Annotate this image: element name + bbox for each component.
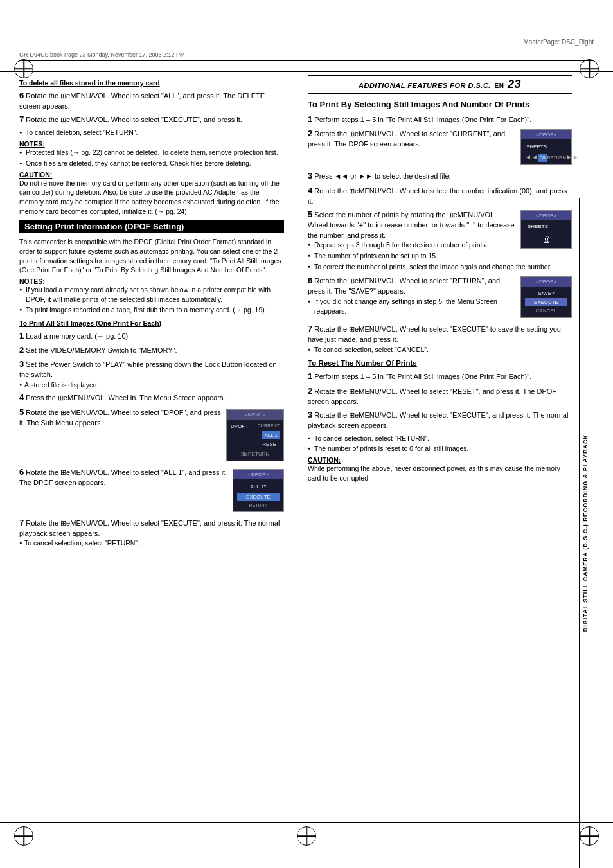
- reset-step1: 1 Perform steps 1 – 5 in "To Print All S…: [308, 371, 572, 382]
- section-intro: This camcorder is compatible with the DP…: [19, 237, 284, 275]
- note2: Once files are deleted, they cannot be r…: [19, 159, 284, 168]
- reset-step2: 2 Rotate the ⊞eMENU/VOL. Wheel to select…: [308, 385, 572, 407]
- sel-step5: <DPOF> SHEETS 🖨 5 Select the number of p…: [308, 209, 572, 272]
- all-step6: <DPOF> ALL 1? EXECUTE RETURN 6 Rotate th…: [19, 466, 284, 515]
- note1: Protected files (→ pg. 22) cannot be del…: [19, 148, 284, 157]
- dpof-select-box1: <DPOF> SHEETS ◄◄ 00 RETURN ►►: [520, 129, 572, 165]
- print-all-section: To Print All Still Images (One Print For…: [19, 319, 284, 548]
- sel-step5-b3: To correct the number of prints, select …: [308, 262, 572, 272]
- crosshair-bottom-left: [14, 826, 33, 846]
- sel-step7-bullet: To cancel selection, select "CANCEL".: [308, 345, 572, 355]
- file-info: GR-D94US.book Page 23 Monday, November 1…: [19, 51, 594, 61]
- sel-step5-b2: The number of prints can be set up to 15…: [308, 251, 572, 261]
- menu-box-dpof: <MENU> DPOF CURRENT ALL 1 RESET: [226, 409, 284, 461]
- reset-section: To Reset The Number Of Prints 1 Perform …: [308, 358, 572, 483]
- all-step1: 1 Load a memory card. (→ pg. 10): [19, 330, 284, 342]
- vertical-label-container: DIGITAL STILL CAMERA (D.S.C.) RECORDING …: [580, 198, 591, 868]
- sel-step3: 3 Press ◄◄ or ►► to select the desired f…: [308, 170, 572, 182]
- delete-notes: NOTES: Protected files (→ pg. 22) cannot…: [19, 140, 284, 168]
- to-reset-heading: To Reset The Number Of Prints: [308, 358, 572, 368]
- dpof-note2: To print images recorded on a tape, firs…: [19, 305, 284, 315]
- delete-step6: 6 Rotate the ⊞eMENU/VOL. Wheel to select…: [19, 90, 284, 112]
- dpof-all1-text: ALL 1?: [237, 482, 280, 492]
- all-step4: 4 Press the ⊞eMENU/VOL. Wheel in. The Me…: [19, 392, 284, 403]
- menu-title: <MENU>: [227, 410, 283, 420]
- vertical-text: DIGITAL STILL CAMERA (D.S.C.) RECORDING …: [582, 434, 589, 632]
- all-step7: 7 Rotate the ⊞eMENU/VOL. Wheel to select…: [19, 517, 284, 548]
- all-step5: <MENU> DPOF CURRENT ALL 1 RESET: [19, 407, 284, 464]
- crosshair-bottom-center: [297, 826, 316, 846]
- reset-bullet2: The number of prints is reset to 0 for a…: [308, 444, 572, 454]
- dpof-box-title: <DPOF>: [233, 470, 283, 479]
- dpof-s2-sheets: SHEETS: [525, 223, 567, 230]
- dpof-setting-section: Setting Print Information (DPOF Setting)…: [19, 220, 284, 315]
- sel-step4: 4 Rotate the ⊞eMENU/VOL. Wheel to select…: [308, 185, 572, 207]
- sel-step2: <DPOF> SHEETS ◄◄ 00 RETURN ►► 2 Rotate t…: [308, 128, 572, 168]
- all-step2: 2 Set the VIDEO/MEMORY Switch to "MEMORY…: [19, 344, 284, 356]
- all-step7-bullet: To cancel selection, select "RETURN".: [19, 538, 284, 548]
- menu-item-reset: RESET: [238, 440, 280, 448]
- dpof-s1-sheets: SHEETS: [525, 142, 567, 152]
- print-select-section: To Print By Selecting Still Images And N…: [308, 100, 572, 354]
- reset-bullet1: To cancel selection, select "RETURN".: [308, 434, 572, 443]
- sel-step5-b1: Repeat steps 3 through 5 for the desired…: [308, 240, 572, 250]
- menu-item-dpof: DPOF CURRENT: [231, 422, 280, 430]
- caution-section: CAUTION: Do not remove the memory card o…: [19, 171, 284, 217]
- crosshair-bottom-right: [580, 826, 599, 846]
- all-step3: 3 Set the Power Switch to "PLAY" while p…: [19, 359, 284, 389]
- dpof-execute: EXECUTE: [237, 493, 280, 501]
- print-all-heading: To Print All Still Images (One Print For…: [19, 319, 284, 328]
- dpof-s1-nav: ◄◄ 00 RETURN ►►: [525, 153, 567, 162]
- delete-heading: To delete all files stored in the memory…: [19, 78, 284, 88]
- dpof-s1-title: <DPOF>: [521, 130, 571, 139]
- sel-step6-bullet: If you did not change any settings in st…: [308, 297, 572, 315]
- dpof-s2-title: <DPOF>: [521, 211, 571, 220]
- sel-step1: 1 Perform steps 1 – 5 in "To Print All S…: [308, 114, 572, 125]
- bottom-divider: [0, 822, 613, 824]
- vertical-border: [579, 198, 580, 868]
- reset-caution: CAUTION: While performing the above, nev…: [308, 456, 572, 483]
- right-column: ADDITIONAL FEATURES FOR D.S.C. EN 23 To …: [296, 69, 591, 868]
- delete-cancel-bullet: To cancel deletion, select "RETURN".: [19, 128, 284, 137]
- menu-item-all: ALL 1: [238, 430, 280, 440]
- delete-step7: 7 Rotate the ⊞eMENU/VOL. Wheel to select…: [19, 114, 284, 125]
- save-title: <DPOF>: [521, 277, 571, 287]
- left-column: To delete all files stored in the memory…: [0, 69, 296, 868]
- main-content: To delete all files stored in the memory…: [0, 69, 613, 868]
- sel-step7: 7 Rotate the ⊞eMENU/VOL. Wheel to select…: [308, 323, 572, 354]
- dpof-section-title: Setting Print Information (DPOF Setting): [19, 220, 284, 233]
- sel-step6: <DPOF> SAVE? EXECUTE CANCEL 6 Rotate the…: [308, 275, 572, 321]
- additional-features-header: ADDITIONAL FEATURES FOR D.S.C. EN 23: [308, 75, 572, 94]
- all-step3-bullet: A stored file is displayed.: [19, 380, 284, 390]
- reset-step3: 3 Rotate the ⊞eMENU/VOL. Wheel to select…: [308, 409, 572, 431]
- to-print-select-heading: To Print By Selecting Still Images And N…: [308, 100, 572, 111]
- menu-return: ⊞eRETURN: [231, 450, 280, 457]
- reset-caution-text: While performing the above, never discon…: [308, 464, 572, 483]
- page-container: MasterPage: DSC_Right GR-D94US.book Page…: [0, 0, 613, 868]
- dpof-return: RETURN: [237, 502, 280, 509]
- dpof-note1: If you load a memory card already set as…: [19, 285, 284, 304]
- dpof-box-all1: <DPOF> ALL 1? EXECUTE RETURN: [233, 469, 284, 512]
- dpof-notes: NOTES: If you load a memory card already…: [19, 278, 284, 315]
- delete-section: To delete all files stored in the memory…: [19, 78, 284, 216]
- masterpage-label: MasterPage: DSC_Right: [524, 39, 594, 46]
- caution-text: Do not remove the memory card or perform…: [19, 179, 284, 217]
